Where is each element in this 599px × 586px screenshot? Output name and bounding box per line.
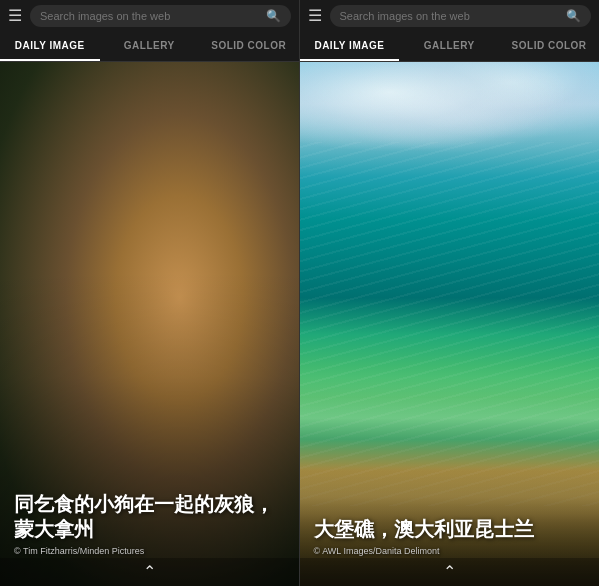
right-caption: 大堡礁，澳大利亚昆士兰 AWL Images/Danita Delimont [300, 509, 600, 556]
left-menu-icon[interactable]: ☰ [8, 8, 22, 24]
right-tabs: DAILY IMAGE GALLERY SOLID COLOR [300, 32, 600, 62]
left-search-icon: 🔍 [266, 9, 281, 23]
right-search-icon: 🔍 [566, 9, 581, 23]
left-image-title: 同乞食的小狗在一起的灰狼，蒙大拿州 [14, 492, 285, 542]
right-search-bar[interactable]: 🔍 [330, 5, 592, 27]
left-image-area: 同乞食的小狗在一起的灰狼，蒙大拿州 Tim Fitzharris/Minden … [0, 62, 299, 586]
right-tab-solid-color[interactable]: SOLID COLOR [499, 32, 599, 61]
right-image-title: 大堡礁，澳大利亚昆士兰 [314, 517, 586, 542]
right-header: ☰ 🔍 [300, 0, 600, 32]
right-chevron-icon[interactable]: ⌃ [443, 564, 456, 580]
left-tab-daily-image[interactable]: DAILY IMAGE [0, 32, 100, 61]
right-bottom-bar[interactable]: ⌃ [300, 558, 600, 586]
left-tab-solid-color[interactable]: SOLID COLOR [199, 32, 299, 61]
right-image-area: 大堡礁，澳大利亚昆士兰 AWL Images/Danita Delimont ⌃ [300, 62, 600, 586]
left-tab-gallery[interactable]: GALLERY [100, 32, 200, 61]
left-chevron-icon[interactable]: ⌃ [143, 564, 156, 580]
right-background [300, 62, 600, 586]
right-tab-daily-image[interactable]: DAILY IMAGE [300, 32, 400, 61]
left-panel: ☰ 🔍 DAILY IMAGE GALLERY SOLID COLOR 同乞食的… [0, 0, 300, 586]
right-menu-icon[interactable]: ☰ [308, 8, 322, 24]
right-panel: ☰ 🔍 DAILY IMAGE GALLERY SOLID COLOR 大堡礁，… [300, 0, 600, 586]
left-image-credit: Tim Fitzharris/Minden Pictures [14, 546, 285, 556]
left-search-input[interactable] [40, 10, 260, 22]
left-caption: 同乞食的小狗在一起的灰狼，蒙大拿州 Tim Fitzharris/Minden … [0, 484, 299, 556]
right-image-overlay [300, 62, 600, 586]
right-image-credit: AWL Images/Danita Delimont [314, 546, 586, 556]
left-tabs: DAILY IMAGE GALLERY SOLID COLOR [0, 32, 299, 62]
left-header: ☰ 🔍 [0, 0, 299, 32]
right-search-input[interactable] [340, 10, 561, 22]
left-bottom-bar[interactable]: ⌃ [0, 558, 299, 586]
left-search-bar[interactable]: 🔍 [30, 5, 291, 27]
right-tab-gallery[interactable]: GALLERY [399, 32, 499, 61]
